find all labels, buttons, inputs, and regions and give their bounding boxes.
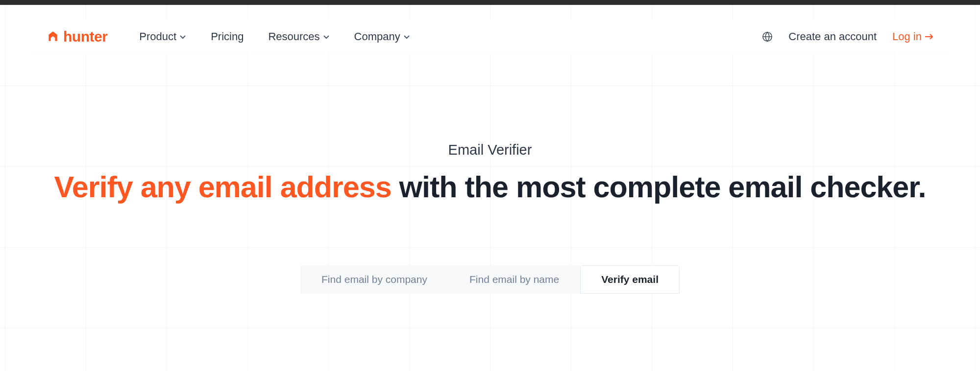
login-label: Log in <box>892 30 922 43</box>
globe-icon[interactable] <box>762 31 773 42</box>
logo[interactable]: hunter <box>47 28 107 45</box>
arrow-right-icon <box>925 33 933 40</box>
tab-find-by-name[interactable]: Find email by name <box>448 265 580 294</box>
headline-accent: Verify any email address <box>54 170 392 204</box>
headline-rest: with the most complete email checker. <box>392 170 926 204</box>
page-subtitle: Email Verifier <box>0 142 980 158</box>
main-header: hunter Product Pricing Resources Company <box>22 20 958 54</box>
nav-pricing[interactable]: Pricing <box>211 30 244 43</box>
create-account-link[interactable]: Create an account <box>788 30 877 43</box>
search-tabs: Find email by company Find email by name… <box>0 265 980 294</box>
tab-verify-email[interactable]: Verify email <box>580 265 680 294</box>
nav-resources[interactable]: Resources <box>268 30 329 43</box>
logo-text: hunter <box>63 28 107 45</box>
nav-company[interactable]: Company <box>354 30 410 43</box>
hunter-logo-icon <box>47 30 59 43</box>
main-nav: Product Pricing Resources Company <box>139 30 410 43</box>
chevron-down-icon <box>403 33 410 40</box>
tab-find-by-company[interactable]: Find email by company <box>300 265 448 294</box>
nav-product-label: Product <box>139 30 176 43</box>
nav-resources-label: Resources <box>268 30 319 43</box>
page-headline: Verify any email address with the most c… <box>0 168 980 207</box>
nav-company-label: Company <box>354 30 400 43</box>
header-right: Create an account Log in <box>762 30 933 43</box>
nav-pricing-label: Pricing <box>211 30 244 43</box>
nav-product[interactable]: Product <box>139 30 186 43</box>
login-link[interactable]: Log in <box>892 30 933 43</box>
chevron-down-icon <box>323 33 330 40</box>
browser-top-bar <box>0 0 980 5</box>
chevron-down-icon <box>179 33 186 40</box>
main-content: Email Verifier Verify any email address … <box>0 142 980 294</box>
